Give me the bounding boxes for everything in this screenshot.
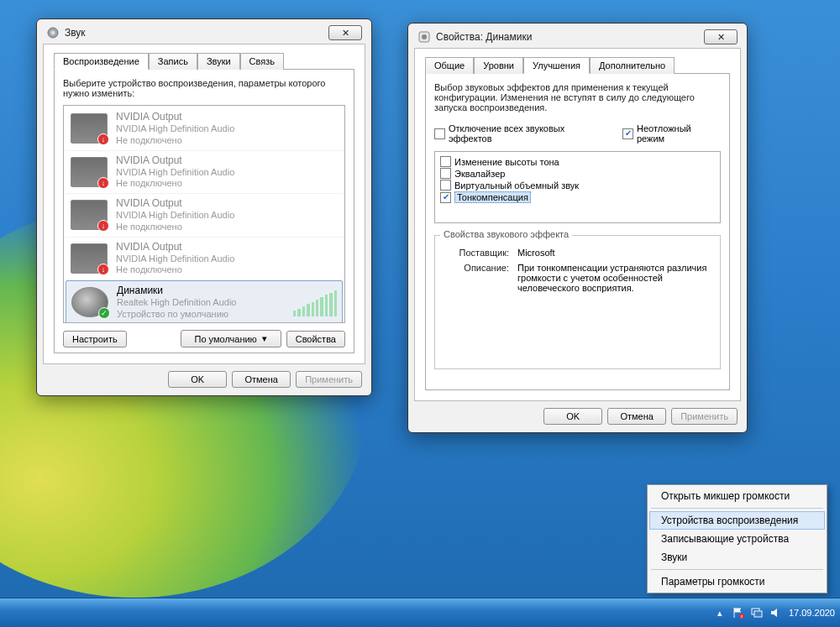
cancel-button[interactable]: Отмена [607,408,666,425]
checkbox-icon [440,168,451,179]
tray-chevron-icon[interactable]: ▴ [713,606,727,619]
tab-Запись[interactable]: Запись [149,53,197,70]
device-name: NVIDIA Output [116,154,234,167]
context-menu-item[interactable]: Открыть микшер громкости [649,487,825,505]
checkbox-icon: ✔ [622,128,633,139]
context-menu-item[interactable]: Звуки [649,548,825,567]
checkbox-icon [434,128,445,139]
network-icon[interactable] [750,606,764,619]
context-menu-item[interactable]: Устройства воспроизведения [649,511,825,530]
context-menu-item[interactable]: Записывающие устройства [649,530,825,548]
device-name: NVIDIA Output [116,241,234,253]
device-name: NVIDIA Output [116,197,234,210]
level-meter-icon [293,288,337,316]
monitor-device-icon: ↓ [71,113,108,144]
device-status: Не подключено [116,222,234,233]
tab-Звуки[interactable]: Звуки [197,53,240,70]
enhancement-item[interactable]: Виртуальный объемный звук [440,180,715,191]
tab-Дополнительно[interactable]: Дополнительно [590,57,675,74]
enhancement-label: Тонкомпенсация [454,191,531,203]
checkbox-icon: ✔ [440,192,451,203]
enhancement-item[interactable]: Эквалайзер [440,168,715,179]
ok-button[interactable]: OK [168,371,227,388]
tab-Общие[interactable]: Общие [425,57,474,74]
close-button[interactable]: ✕ [328,25,362,40]
tray-context-menu: Открыть микшер громкостиУстройства воспр… [647,484,827,593]
disable-all-checkbox[interactable]: Отключение всех звуковых эффектов [434,123,609,144]
menu-separator [651,508,823,509]
monitor-device-icon: ↓ [71,200,108,230]
device-subtitle: NVIDIA High Definition Audio [116,253,234,265]
device-subtitle: NVIDIA High Definition Audio [116,123,234,135]
sound-icon [46,26,60,39]
device-row[interactable]: ✓ДинамикиRealtek High Definition AudioУс… [66,280,343,323]
svg-point-1 [51,31,55,35]
tab-strip: ВоспроизведениеЗаписьЗвукиСвязь [54,53,354,70]
checkbox-icon [440,156,451,167]
cancel-button[interactable]: Отмена [232,371,291,388]
enhancement-label: Виртуальный объемный звук [454,180,579,191]
taskbar-clock[interactable]: 17.09.2020 [789,608,835,619]
apply-button: Применить [296,371,362,388]
device-row[interactable]: ↓NVIDIA OutputNVIDIA High Definition Aud… [66,107,343,151]
urgent-mode-checkbox[interactable]: ✔ Неотложный режим [622,123,721,144]
tab-Улучшения[interactable]: Улучшения [523,57,590,74]
device-list[interactable]: ↓NVIDIA OutputNVIDIA High Definition Aud… [63,105,345,323]
device-status: Не подключено [116,264,234,276]
device-status: Не подключено [116,135,234,147]
device-name: Динамики [117,285,236,297]
desc-value: При тонкомпенсации устраняются различия … [517,263,713,293]
enhancement-item[interactable]: ✔Тонкомпенсация [440,191,715,203]
volume-icon[interactable] [769,606,782,619]
window-title: Звук [65,27,86,39]
titlebar[interactable]: Звук ✕ [43,25,365,44]
properties-window: Свойства: Динамики ✕ ОбщиеУровниУлучшени… [407,23,748,433]
tab-strip: ОбщиеУровниУлучшенияДополнительно [425,57,730,74]
speaker-device-icon: ✓ [71,287,108,317]
device-subtitle: Realtek High Definition Audio [117,297,236,309]
enhancement-item[interactable]: Изменение высоты тона [440,156,715,167]
device-row[interactable]: ↓NVIDIA OutputNVIDIA High Definition Aud… [66,151,343,195]
configure-button[interactable]: Настроить [63,331,127,347]
monitor-device-icon: ↓ [71,243,108,274]
taskbar-date: 17.09.2020 [789,608,835,619]
ok-button[interactable]: OK [543,408,602,425]
window-title: Свойства: Динамики [436,31,532,43]
tab-Воспроизведение[interactable]: Воспроизведение [54,53,149,70]
enhancement-label: Изменение высоты тона [454,157,559,167]
apply-button: Применить [671,408,738,425]
device-subtitle: NVIDIA High Definition Audio [116,210,234,222]
flag-icon[interactable]: x [732,606,745,619]
device-subtitle: NVIDIA High Definition Audio [116,167,234,179]
vendor-label: Поставщик: [442,248,509,258]
enhancement-label: Эквалайзер [454,169,505,179]
effect-group-title: Свойства звукового эффекта [440,229,572,239]
intro-text: Выбор звуковых эффектов для применения к… [434,82,721,112]
instruction-text: Выберите устройство воспроизведения, пар… [63,78,345,98]
titlebar[interactable]: Свойства: Динамики ✕ [414,29,741,48]
svg-point-3 [422,34,427,39]
context-menu-item[interactable]: Параметры громкости [649,572,825,591]
monitor-device-icon: ↓ [71,157,108,187]
set-default-button[interactable]: По умолчанию ▾ [181,330,281,347]
desc-label: Описание: [442,263,509,293]
vendor-value: Microsoft [517,248,713,258]
taskbar: ▴ x 17.09.2020 [0,598,840,627]
menu-separator [651,569,823,570]
tab-Связь[interactable]: Связь [240,53,284,70]
properties-button[interactable]: Свойства [286,331,345,347]
device-status: Не подключено [116,178,234,190]
speaker-icon [417,30,431,44]
svg-rect-7 [754,611,762,617]
sound-window: Звук ✕ ВоспроизведениеЗаписьЗвукиСвязь В… [36,18,372,396]
device-name: NVIDIA Output [116,111,234,123]
tab-Уровни[interactable]: Уровни [474,57,523,74]
close-button[interactable]: ✕ [704,29,738,44]
enhancements-list[interactable]: Изменение высоты тонаЭквалайзерВиртуальн… [434,151,721,223]
device-row[interactable]: ↓NVIDIA OutputNVIDIA High Definition Aud… [66,238,343,281]
chevron-down-icon: ▾ [262,333,267,344]
device-row[interactable]: ↓NVIDIA OutputNVIDIA High Definition Aud… [66,194,343,238]
system-tray: ▴ x [713,606,782,619]
checkbox-icon [440,180,451,191]
device-status: Устройство по умолчанию [117,309,236,321]
